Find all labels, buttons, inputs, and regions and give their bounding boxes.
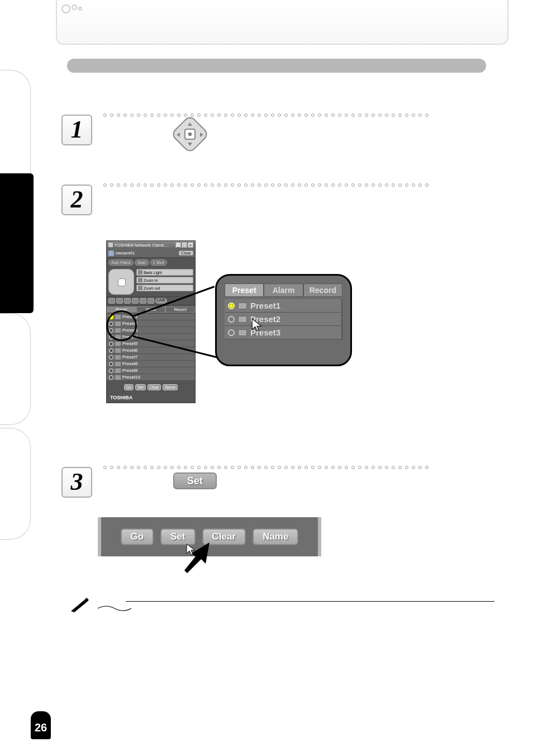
rewind-icon[interactable] bbox=[116, 298, 123, 304]
preset-row[interactable]: Preset10 bbox=[107, 374, 195, 381]
one-shot-button[interactable]: 1 Shot bbox=[150, 259, 167, 266]
forward-icon[interactable] bbox=[140, 298, 146, 304]
auto-patrol-button[interactable]: Auto Patrol bbox=[108, 259, 134, 266]
go-button[interactable]: Go bbox=[121, 528, 154, 545]
pointer-arrow-icon bbox=[184, 542, 212, 578]
name-button[interactable]: Name bbox=[253, 528, 298, 545]
radio-icon[interactable] bbox=[109, 362, 113, 366]
window-maximize-icon[interactable]: □ bbox=[182, 242, 187, 248]
preset-label: Preset9 bbox=[122, 368, 138, 373]
preset-label: Preset2 bbox=[122, 321, 138, 326]
preset-row[interactable]: Preset9 bbox=[107, 367, 195, 374]
preset-zoom-callout: Preset Alarm Record Preset1 Preset2 Pres… bbox=[215, 274, 352, 366]
brand-label: TOSHIBA bbox=[107, 393, 195, 403]
radio-icon[interactable] bbox=[109, 355, 113, 360]
tab-record[interactable]: Record bbox=[165, 306, 195, 313]
download-icon[interactable] bbox=[238, 329, 247, 336]
set-button[interactable]: Set bbox=[135, 384, 146, 390]
preset-label: Preset7 bbox=[122, 355, 138, 360]
radio-icon[interactable] bbox=[109, 328, 113, 333]
preset-label: Preset5 bbox=[122, 341, 138, 346]
go-button[interactable]: Go bbox=[124, 384, 134, 390]
scan-button[interactable]: Scan bbox=[135, 259, 149, 266]
zoom-in-label: Zoom in bbox=[144, 278, 158, 282]
preset-label: Preset6 bbox=[122, 348, 138, 353]
callout-tab-alarm[interactable]: Alarm bbox=[264, 284, 303, 297]
cursor-arrow-icon bbox=[250, 318, 265, 334]
zoom-out-label: Zoom out bbox=[144, 286, 160, 290]
window-title: TOSHIBA Network Came… bbox=[114, 243, 169, 248]
download-icon[interactable] bbox=[115, 315, 121, 319]
tab-preset[interactable]: Preset bbox=[107, 306, 136, 313]
camera-row: nwcam01 Close bbox=[107, 249, 195, 258]
download-icon[interactable] bbox=[115, 348, 121, 353]
preset-row[interactable]: Preset1 bbox=[107, 314, 195, 320]
radio-icon[interactable] bbox=[109, 335, 113, 339]
set-button-chip[interactable]: Set bbox=[173, 472, 217, 489]
pen-icon bbox=[70, 598, 89, 616]
play-icon[interactable] bbox=[124, 298, 131, 304]
callout-preset-row[interactable]: Preset3 bbox=[225, 326, 342, 339]
window-close-icon[interactable]: × bbox=[188, 242, 193, 248]
step-2: 2 bbox=[61, 185, 92, 215]
radio-icon[interactable] bbox=[109, 348, 113, 353]
preset-row[interactable]: Preset8 bbox=[107, 361, 195, 367]
forward-fast-icon[interactable] bbox=[147, 298, 154, 304]
preset-row[interactable]: Preset7 bbox=[107, 354, 195, 361]
download-icon[interactable] bbox=[115, 368, 121, 373]
step-2-dotted-rule bbox=[103, 179, 489, 189]
pause-icon[interactable] bbox=[132, 298, 139, 304]
radio-icon[interactable] bbox=[228, 316, 235, 323]
radio-icon[interactable] bbox=[109, 375, 113, 380]
radio-icon[interactable] bbox=[109, 342, 113, 346]
radio-icon[interactable] bbox=[228, 303, 235, 309]
page-number: 26 bbox=[31, 711, 51, 739]
download-icon[interactable] bbox=[115, 328, 121, 333]
window-minimize-icon[interactable]: _ bbox=[175, 242, 181, 248]
callout-tab-record[interactable]: Record bbox=[303, 284, 342, 297]
download-icon[interactable] bbox=[238, 316, 247, 323]
close-button[interactable]: Close bbox=[179, 251, 193, 256]
download-icon[interactable] bbox=[115, 335, 121, 339]
step-1-dotted-rule bbox=[103, 109, 489, 119]
download-icon[interactable] bbox=[115, 375, 121, 380]
step-3-dotted-rule bbox=[103, 461, 489, 471]
download-icon[interactable] bbox=[115, 355, 121, 360]
preset-label: Preset10 bbox=[122, 375, 140, 380]
clear-button[interactable]: Clear bbox=[147, 384, 161, 390]
back-light-button[interactable]: Back Light bbox=[136, 269, 193, 276]
camera-icon bbox=[108, 251, 114, 256]
preset-row[interactable]: Preset3 bbox=[107, 327, 195, 334]
download-icon[interactable] bbox=[115, 362, 121, 366]
radio-icon[interactable] bbox=[109, 315, 113, 319]
radio-icon[interactable] bbox=[228, 329, 235, 336]
step-3-badge: 3 bbox=[61, 467, 92, 498]
rewind-fast-icon[interactable] bbox=[108, 298, 115, 304]
side-tab-outline-3 bbox=[0, 428, 31, 540]
zoom-out-button[interactable]: Zoom out bbox=[136, 285, 193, 291]
callout-preset-row[interactable]: Preset2 bbox=[225, 313, 342, 326]
control-strip: Auto Patrol Scan 1 Shot bbox=[107, 258, 195, 267]
zoom-in-button[interactable]: Zoom in bbox=[136, 277, 193, 284]
step-2-badge: 2 bbox=[61, 185, 92, 215]
pan-tilt-joystick-icon bbox=[173, 120, 207, 148]
download-icon[interactable] bbox=[238, 303, 247, 309]
step-1-badge: 1 bbox=[61, 115, 92, 145]
download-icon[interactable] bbox=[115, 342, 121, 346]
radio-icon[interactable] bbox=[109, 322, 113, 326]
app-icon bbox=[108, 243, 113, 247]
note-divider bbox=[70, 601, 494, 602]
pan-tilt-control[interactable] bbox=[108, 269, 134, 295]
camera-name: nwcam01 bbox=[116, 251, 135, 256]
download-icon[interactable] bbox=[115, 322, 121, 326]
callout-preset-row[interactable]: Preset1 bbox=[225, 299, 342, 313]
callout-tab-preset[interactable]: Preset bbox=[225, 284, 264, 297]
camera-viewer-window[interactable]: TOSHIBA Network Came… _ □ × nwcam01 Clos… bbox=[106, 240, 196, 403]
bubble-decoration bbox=[61, 4, 82, 16]
preset-row[interactable]: Preset2 bbox=[107, 320, 195, 327]
radio-icon[interactable] bbox=[109, 368, 113, 373]
window-titlebar[interactable]: TOSHIBA Network Came… _ □ × bbox=[107, 241, 195, 249]
step-3: 3 bbox=[61, 467, 92, 498]
side-tab-active bbox=[0, 173, 34, 313]
name-button[interactable]: Name bbox=[163, 384, 178, 390]
